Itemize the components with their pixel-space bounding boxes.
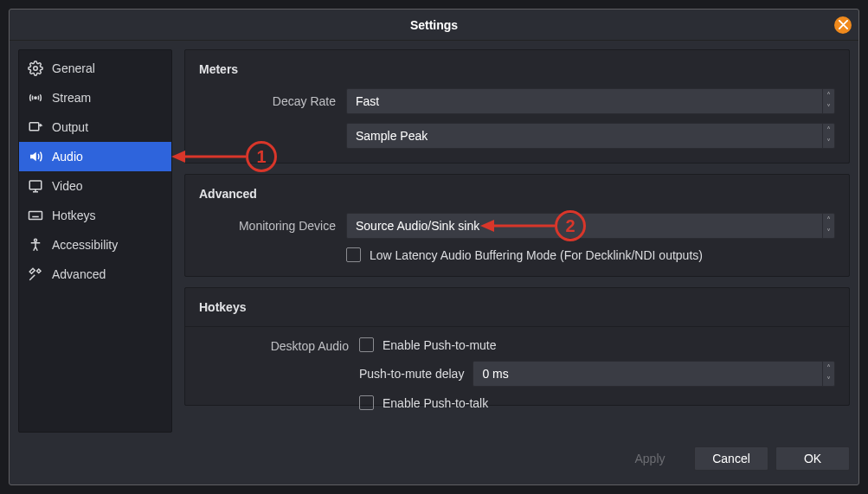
enable-ptt-label: Enable Push-to-talk xyxy=(383,396,488,410)
monitoring-device-label: Monitoring Device xyxy=(199,219,346,233)
cancel-button[interactable]: Cancel xyxy=(694,446,768,471)
sidebar-item-label: General xyxy=(52,61,95,75)
spinner-icon: ˄˅ xyxy=(822,214,834,238)
advanced-title: Advanced xyxy=(199,187,835,201)
meters-panel: Meters Decay Rate Fast ˄˅ xyxy=(184,49,850,164)
gear-icon xyxy=(28,61,43,76)
hotkeys-title: Hotkeys xyxy=(199,300,835,314)
svg-point-0 xyxy=(34,67,38,71)
ptm-delay-value: 0 ms xyxy=(482,367,508,381)
sidebar-item-label: Output xyxy=(52,120,88,134)
tools-icon xyxy=(28,266,43,282)
spinner-icon: ˄˅ xyxy=(822,362,834,386)
sidebar-item-label: Advanced xyxy=(52,267,106,281)
desktop-audio-label: Desktop Audio xyxy=(199,337,359,353)
sidebar-item-advanced[interactable]: Advanced xyxy=(19,260,171,289)
svg-point-5 xyxy=(35,239,37,241)
enable-ptm-label: Enable Push-to-mute xyxy=(383,338,497,352)
sidebar-item-general[interactable]: General xyxy=(19,54,171,83)
checkbox-box xyxy=(359,395,374,410)
decay-rate-select[interactable]: Fast ˄˅ xyxy=(346,88,835,114)
svg-rect-3 xyxy=(29,181,42,189)
output-icon xyxy=(28,119,43,135)
settings-sidebar: General Stream Output Audio xyxy=(18,49,172,433)
advanced-panel: Advanced Monitoring Device Source Audio/… xyxy=(184,174,850,277)
hotkeys-panel: Hotkeys Desktop Audio Enable Push-to-mut… xyxy=(184,287,850,406)
low-latency-label: Low Latency Audio Buffering Mode (For De… xyxy=(370,248,703,262)
ptm-delay-label: Push-to-mute delay xyxy=(359,367,464,381)
keyboard-icon xyxy=(28,208,43,223)
settings-content: Meters Decay Rate Fast ˄˅ xyxy=(184,49,850,433)
close-button[interactable] xyxy=(834,16,852,34)
spinner-icon: ˄˅ xyxy=(822,124,834,148)
sidebar-item-accessibility[interactable]: Accessibility xyxy=(19,230,171,260)
sidebar-item-label: Hotkeys xyxy=(52,209,96,222)
titlebar: Settings xyxy=(10,10,858,41)
sidebar-item-video[interactable]: Video xyxy=(19,171,171,201)
monitoring-device-select[interactable]: Source Audio/Sink sink ˄˅ xyxy=(346,213,835,239)
sidebar-item-audio[interactable]: Audio xyxy=(19,142,171,171)
svg-rect-2 xyxy=(29,123,39,131)
ptm-delay-input[interactable]: 0 ms ˄˅ xyxy=(473,361,835,387)
dialog-footer: Apply Cancel OK xyxy=(10,433,858,484)
svg-point-1 xyxy=(35,97,36,99)
speaker-icon xyxy=(28,149,43,164)
accessibility-icon xyxy=(28,237,43,253)
monitoring-device-value: Source Audio/Sink sink xyxy=(356,219,479,233)
monitor-icon xyxy=(28,178,43,194)
low-latency-checkbox[interactable]: Low Latency Audio Buffering Mode (For De… xyxy=(346,247,835,262)
checkbox-box xyxy=(359,337,374,352)
sidebar-item-label: Stream xyxy=(52,91,91,105)
decay-rate-label: Decay Rate xyxy=(199,94,346,108)
peak-mode-value: Sample Peak xyxy=(356,129,428,143)
sidebar-item-label: Accessibility xyxy=(52,238,118,252)
svg-rect-4 xyxy=(29,212,42,220)
checkbox-box xyxy=(346,247,361,262)
apply-button: Apply xyxy=(613,446,687,471)
antenna-icon xyxy=(28,90,43,106)
sidebar-item-hotkeys[interactable]: Hotkeys xyxy=(19,201,171,230)
sidebar-item-stream[interactable]: Stream xyxy=(19,83,171,112)
enable-push-to-talk-checkbox[interactable]: Enable Push-to-talk xyxy=(359,395,835,410)
sidebar-item-output[interactable]: Output xyxy=(19,112,171,142)
ok-button[interactable]: OK xyxy=(775,446,850,471)
window-title: Settings xyxy=(410,18,458,32)
sidebar-item-label: Video xyxy=(52,179,83,193)
spinner-icon: ˄˅ xyxy=(822,89,834,113)
enable-push-to-mute-checkbox[interactable]: Enable Push-to-mute xyxy=(359,337,835,352)
meters-title: Meters xyxy=(199,62,835,76)
close-icon xyxy=(839,18,848,32)
peak-mode-select[interactable]: Sample Peak ˄˅ xyxy=(346,123,835,149)
decay-rate-value: Fast xyxy=(356,94,379,108)
sidebar-item-label: Audio xyxy=(52,150,83,164)
settings-window: Settings General Stream xyxy=(9,9,859,485)
